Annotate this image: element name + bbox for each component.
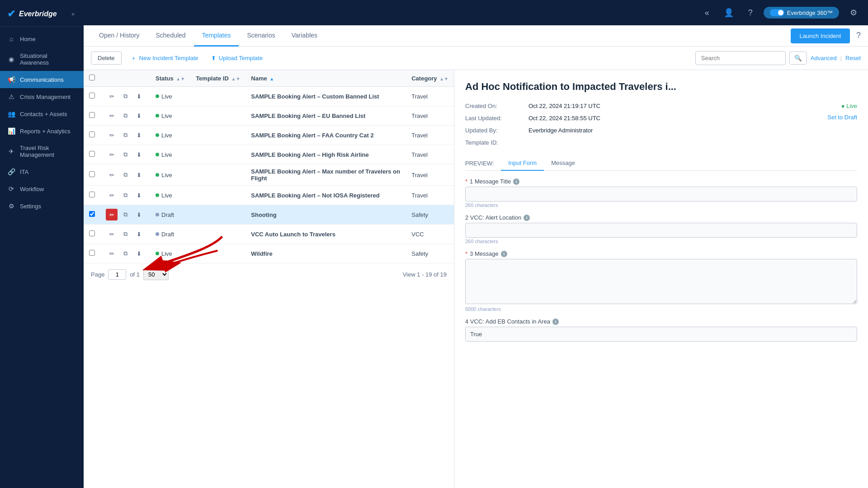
sidebar-item-crisis-management[interactable]: ⚠ Crisis Management (0, 88, 84, 105)
copy-icon-8[interactable]: ⧉ (119, 248, 131, 259)
input-message-title[interactable] (465, 187, 857, 202)
row-checkbox-4[interactable] (89, 171, 95, 177)
sidebar-item-ita[interactable]: 🔗 ITA (0, 163, 84, 180)
collapse-topbar-icon[interactable]: « (701, 6, 713, 19)
mode-toggle[interactable] (770, 9, 784, 16)
nav-label-communications: Communications (20, 76, 64, 83)
help-icon[interactable]: ? (745, 6, 756, 19)
edit-icon-0[interactable]: ✏ (106, 90, 118, 102)
sidebar-item-communications[interactable]: 📢 Communications (0, 71, 84, 88)
edit-icon-5[interactable]: ✏ (106, 189, 118, 201)
table-row[interactable]: ✏ ⧉ ⬇ Live SAMPLE Booking Alert – High R… (84, 145, 454, 164)
edit-icon-6[interactable]: ✏ (106, 209, 118, 221)
info-icon-message[interactable]: i (501, 251, 507, 257)
edit-icon-7[interactable]: ✏ (106, 228, 118, 240)
search-input[interactable] (695, 51, 786, 65)
row-checkbox-6[interactable] (89, 211, 95, 217)
delete-button[interactable]: Delete (91, 52, 122, 65)
per-page-select[interactable]: 50 25 100 (143, 269, 169, 280)
info-icon-vcc-alert-location[interactable]: i (524, 215, 530, 221)
table-row[interactable]: ✏ ⧉ ⬇ Live Wildfire Safety (84, 244, 454, 263)
row-checkbox-1[interactable] (89, 112, 95, 118)
action-icons-5: ✏ ⧉ ⬇ (106, 189, 145, 201)
page-label: Page (91, 271, 104, 278)
sidebar-item-workflow[interactable]: ⟳ Workflow (0, 180, 84, 197)
table-row[interactable]: ✏ ⧉ ⬇ Live SAMPLE Booking Alert – Custom… (84, 87, 454, 106)
tab-open-history[interactable]: Open / History (91, 25, 147, 47)
tab-input-form[interactable]: Input Form (501, 156, 544, 171)
sidebar-item-situational-awareness[interactable]: ◉ Situational Awareness (0, 47, 84, 71)
user-icon[interactable]: 👤 (720, 6, 737, 19)
download-icon-4[interactable]: ⬇ (133, 169, 145, 181)
row-checkbox-5[interactable] (89, 192, 95, 197)
sidebar-item-travel-risk[interactable]: ✈ Travel Risk Management (0, 140, 84, 163)
table-row[interactable]: ✏ ⧉ ⬇ Live SAMPLE Booking Alert – FAA Co… (84, 126, 454, 145)
upload-template-button[interactable]: ⬆ Upload Template (208, 52, 266, 64)
help-circle-icon[interactable]: ? (856, 31, 861, 40)
sidebar-item-reports-analytics[interactable]: 📊 Reports + Analytics (0, 122, 84, 140)
nav-label-workflow: Workflow (20, 186, 44, 192)
download-icon-8[interactable]: ⬇ (133, 248, 145, 259)
tab-message[interactable]: Message (544, 156, 582, 171)
table-row[interactable]: ✏ ⧉ ⬇ Draft VCC Auto Launch to Travelers… (84, 225, 454, 244)
download-icon-6[interactable]: ⬇ (133, 209, 145, 221)
nav-label-crisis-management: Crisis Management (20, 94, 71, 100)
tab-variables[interactable]: Variables (283, 25, 326, 47)
edit-icon-1[interactable]: ✏ (106, 110, 118, 122)
copy-icon-2[interactable]: ⧉ (119, 129, 131, 141)
info-icon-message-title[interactable]: i (513, 178, 519, 185)
new-template-button[interactable]: ＋ New Incident Template (127, 52, 202, 65)
advanced-link[interactable]: Advanced (811, 55, 837, 61)
edit-icon-2[interactable]: ✏ (106, 129, 118, 141)
copy-icon-5[interactable]: ⧉ (119, 189, 131, 201)
action-icons-7: ✏ ⧉ ⬇ (106, 228, 145, 240)
table-row[interactable]: ✏ ⧉ ⬇ Draft Shooting Safety (84, 205, 454, 225)
search-button[interactable]: 🔍 (789, 52, 807, 65)
copy-icon-3[interactable]: ⧉ (119, 149, 131, 160)
download-icon-5[interactable]: ⬇ (133, 189, 145, 201)
edit-icon-4[interactable]: ✏ (106, 169, 118, 181)
download-icon-2[interactable]: ⬇ (133, 129, 145, 141)
row-checkbox-7[interactable] (89, 230, 95, 236)
row-checkbox-2[interactable] (89, 131, 95, 137)
edit-icon-3[interactable]: ✏ (106, 149, 118, 160)
edit-icon-8[interactable]: ✏ (106, 248, 118, 259)
nav-label-settings: Settings (20, 203, 41, 210)
status-label-0: Live (161, 93, 172, 100)
copy-icon-0[interactable]: ⧉ (119, 90, 131, 102)
mode-badge[interactable]: Everbridge 360™ (764, 7, 839, 19)
download-icon-0[interactable]: ⬇ (133, 90, 145, 102)
copy-icon-1[interactable]: ⧉ (119, 110, 131, 122)
action-icons-6: ✏ ⧉ ⬇ (106, 209, 145, 221)
row-checkbox-0[interactable] (89, 93, 95, 99)
sidebar-item-home[interactable]: ⌂ Home (0, 30, 84, 47)
info-icon-vcc-add-eb-contacts[interactable]: i (552, 319, 559, 325)
copy-icon-4[interactable]: ⧉ (119, 169, 131, 181)
download-icon-3[interactable]: ⬇ (133, 149, 145, 160)
tab-scheduled[interactable]: Scheduled (147, 25, 193, 47)
select-all-checkbox[interactable] (89, 75, 95, 80)
name-cell-8: Wildfire (245, 244, 406, 263)
table-row[interactable]: ✏ ⧉ ⬇ Live SAMPLE Booking Alert – Max nu… (84, 164, 454, 186)
launch-incident-button[interactable]: Launch Incident (791, 28, 850, 43)
collapse-button[interactable]: « (70, 9, 76, 19)
textarea-message[interactable] (465, 259, 857, 304)
sidebar-item-contacts-assets[interactable]: 👥 Contacts + Assets (0, 105, 84, 122)
row-checkbox-8[interactable] (89, 250, 95, 256)
tab-templates[interactable]: Templates (194, 25, 239, 47)
page-input[interactable] (108, 269, 126, 280)
copy-icon-7[interactable]: ⧉ (119, 228, 131, 240)
table-row[interactable]: ✏ ⧉ ⬇ Live SAMPLE Booking Alert – EU Ban… (84, 106, 454, 126)
download-icon-7[interactable]: ⬇ (133, 228, 145, 240)
tab-scenarios[interactable]: Scenarios (239, 25, 283, 47)
row-checkbox-3[interactable] (89, 151, 95, 157)
select-vcc-add-eb-contacts[interactable] (465, 327, 857, 342)
table-row[interactable]: ✏ ⧉ ⬇ Live SAMPLE Booking Alert – Not IO… (84, 186, 454, 205)
topbar-extra-icon[interactable]: ⚙ (846, 6, 861, 19)
sidebar-item-settings[interactable]: ⚙ Settings (0, 197, 84, 215)
input-vcc-alert-location[interactable] (465, 223, 857, 238)
copy-icon-6[interactable]: ⧉ (119, 209, 131, 221)
reset-link[interactable]: Reset (845, 55, 861, 61)
set-draft-link[interactable]: Set to Draft (821, 114, 857, 122)
download-icon-1[interactable]: ⬇ (133, 110, 145, 122)
